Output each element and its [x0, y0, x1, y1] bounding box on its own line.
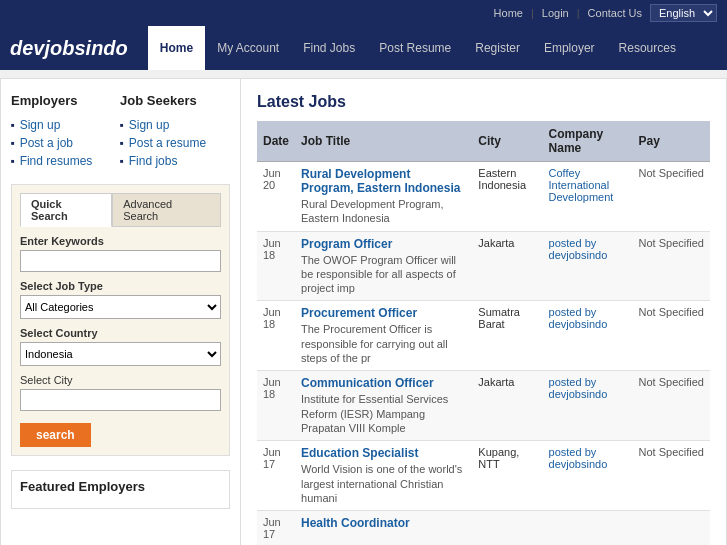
job-date: Jun 17 — [257, 511, 295, 545]
job-title-link[interactable]: Procurement Officer — [301, 306, 466, 320]
keywords-input[interactable] — [20, 250, 221, 272]
search-button[interactable]: search — [20, 423, 91, 447]
nav-home[interactable]: Home — [148, 26, 205, 70]
jobs-tbody: Jun 20Rural Development Program, Eastern… — [257, 162, 710, 546]
home-link[interactable]: Home — [494, 7, 523, 19]
job-description: Rural Development Program, Eastern Indon… — [301, 198, 443, 224]
job-pay — [633, 511, 710, 545]
job-company: Coffey International Development — [543, 162, 633, 232]
employers-links: Sign up Post a job Find resumes — [11, 116, 116, 170]
job-pay: Not Specified — [633, 301, 710, 371]
job-date: Jun 18 — [257, 301, 295, 371]
job-date: Jun 20 — [257, 162, 295, 232]
job-company — [543, 511, 633, 545]
col-date: Date — [257, 121, 295, 162]
job-company: posted by devjobsindo — [543, 301, 633, 371]
divider1: | — [531, 7, 534, 19]
job-city: Jakarta — [472, 231, 542, 301]
table-row: Jun 20Rural Development Program, Eastern… — [257, 162, 710, 232]
nav-employer[interactable]: Employer — [532, 26, 607, 70]
job-company: posted by devjobsindo — [543, 371, 633, 441]
nav-links: Home My Account Find Jobs Post Resume Re… — [148, 26, 688, 70]
col-company: Company Name — [543, 121, 633, 162]
seeker-signup-link[interactable]: Sign up — [129, 118, 170, 132]
job-city: Eastern Indonesia — [472, 162, 542, 232]
nav-find-jobs[interactable]: Find Jobs — [291, 26, 367, 70]
advanced-search-tab[interactable]: Advanced Search — [112, 193, 221, 227]
seekers-heading: Job Seekers — [120, 93, 225, 108]
col-pay: Pay — [633, 121, 710, 162]
language-select[interactable]: English — [650, 4, 717, 22]
job-title-link[interactable]: Health Coordinator — [301, 516, 466, 530]
site-logo[interactable]: devjobsindo — [10, 37, 128, 60]
job-description: The Procurement Officer is responsible f… — [301, 323, 448, 364]
company-link[interactable]: Coffey International Development — [549, 167, 614, 203]
country-select[interactable]: Indonesia — [20, 342, 221, 366]
job-date: Jun 18 — [257, 371, 295, 441]
job-description: Institute for Essential Services Reform … — [301, 393, 448, 434]
city-label: Select City — [20, 374, 221, 386]
nav-resources[interactable]: Resources — [607, 26, 688, 70]
employer-postjob-link[interactable]: Post a job — [20, 136, 73, 150]
nav-my-account[interactable]: My Account — [205, 26, 291, 70]
featured-employers: Featured Employers — [11, 470, 230, 509]
job-city — [472, 511, 542, 545]
job-title-link[interactable]: Rural Development Program, Eastern Indon… — [301, 167, 466, 195]
employer-findresumes-link[interactable]: Find resumes — [20, 154, 93, 168]
table-row: Jun 17Health Coordinator — [257, 511, 710, 545]
table-header-row: Date Job Title City Company Name Pay — [257, 121, 710, 162]
main-wrapper: Employers Sign up Post a job Find resume… — [0, 78, 727, 545]
job-title-cell: Procurement OfficerThe Procurement Offic… — [295, 301, 472, 371]
job-description: The OWOF Program Officer will be respons… — [301, 254, 456, 295]
job-description: World Vision is one of the world's large… — [301, 463, 462, 504]
top-bar: Home | Login | Contact Us English — [0, 0, 727, 26]
company-link[interactable]: posted by devjobsindo — [549, 376, 608, 400]
seeker-postresume-link[interactable]: Post a resume — [129, 136, 206, 150]
job-title-link[interactable]: Communication Officer — [301, 376, 466, 390]
job-title-cell: Education SpecialistWorld Vision is one … — [295, 441, 472, 511]
job-pay: Not Specified — [633, 441, 710, 511]
company-link[interactable]: posted by devjobsindo — [549, 237, 608, 261]
nav-register[interactable]: Register — [463, 26, 532, 70]
job-city: Kupang, NTT — [472, 441, 542, 511]
city-input[interactable] — [20, 389, 221, 411]
search-box: Quick Search Advanced Search Enter Keywo… — [11, 184, 230, 456]
login-link[interactable]: Login — [542, 7, 569, 19]
job-title-cell: Rural Development Program, Eastern Indon… — [295, 162, 472, 232]
contact-link[interactable]: Contact Us — [588, 7, 642, 19]
job-date: Jun 17 — [257, 441, 295, 511]
page-title: Latest Jobs — [257, 93, 710, 111]
job-title-link[interactable]: Education Specialist — [301, 446, 466, 460]
divider2: | — [577, 7, 580, 19]
table-row: Jun 18Communication OfficerInstitute for… — [257, 371, 710, 441]
seekers-section: Job Seekers Sign up Post a resume Find j… — [120, 93, 225, 170]
jobs-table: Date Job Title City Company Name Pay Jun… — [257, 121, 710, 545]
job-city: Sumatra Barat — [472, 301, 542, 371]
job-title-link[interactable]: Program Officer — [301, 237, 466, 251]
jobtype-select[interactable]: All Categories — [20, 295, 221, 319]
jobtype-label: Select Job Type — [20, 280, 221, 292]
job-title-cell: Program OfficerThe OWOF Program Officer … — [295, 231, 472, 301]
table-row: Jun 18Procurement OfficerThe Procurement… — [257, 301, 710, 371]
seeker-findjobs-link[interactable]: Find jobs — [129, 154, 178, 168]
company-link[interactable]: posted by devjobsindo — [549, 446, 608, 470]
company-link[interactable]: posted by devjobsindo — [549, 306, 608, 330]
job-title-cell: Health Coordinator — [295, 511, 472, 545]
job-pay: Not Specified — [633, 162, 710, 232]
table-row: Jun 17Education SpecialistWorld Vision i… — [257, 441, 710, 511]
employer-signup-link[interactable]: Sign up — [20, 118, 61, 132]
job-date: Jun 18 — [257, 231, 295, 301]
employers-section: Employers Sign up Post a job Find resume… — [11, 93, 116, 170]
job-company: posted by devjobsindo — [543, 441, 633, 511]
quick-search-tab[interactable]: Quick Search — [20, 193, 112, 227]
featured-employers-heading: Featured Employers — [20, 479, 221, 494]
sidebar: Employers Sign up Post a job Find resume… — [1, 79, 241, 545]
nav-post-resume[interactable]: Post Resume — [367, 26, 463, 70]
seekers-links: Sign up Post a resume Find jobs — [120, 116, 225, 170]
col-city: City — [472, 121, 542, 162]
table-row: Jun 18Program OfficerThe OWOF Program Of… — [257, 231, 710, 301]
employers-heading: Employers — [11, 93, 116, 108]
content: Latest Jobs Date Job Title City Company … — [241, 79, 726, 545]
search-tabs: Quick Search Advanced Search — [20, 193, 221, 227]
job-company: posted by devjobsindo — [543, 231, 633, 301]
